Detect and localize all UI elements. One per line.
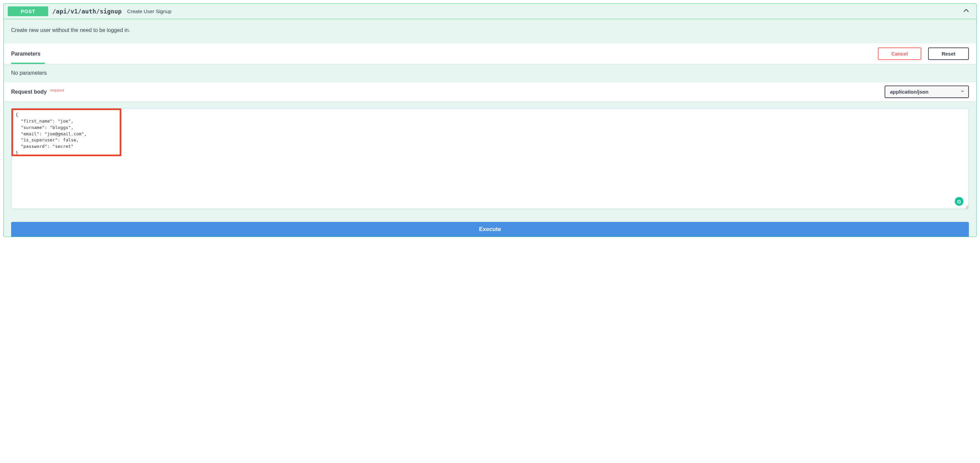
parameters-header: Parameters Cancel Reset (4, 43, 976, 64)
operation-body: Create new user without the need to be l… (4, 19, 976, 237)
required-label: required (50, 88, 64, 92)
cancel-button[interactable]: Cancel (878, 48, 921, 60)
chevron-up-icon[interactable] (962, 7, 970, 16)
execute-button[interactable]: Execute (11, 222, 969, 237)
content-type-select[interactable]: application/json (885, 86, 969, 98)
active-tab-indicator (11, 63, 45, 64)
no-parameters-text: No parameters (4, 64, 976, 82)
parameters-title: Parameters (11, 51, 40, 57)
request-body-header: Request body required application/json (4, 82, 976, 101)
execute-row: Execute (4, 214, 976, 237)
parameter-buttons: Cancel Reset (878, 48, 969, 60)
endpoint-summary: Create User Signup (127, 8, 172, 14)
textarea-container: G (11, 108, 969, 211)
operation-block: POST /api/v1/auth/signup Create User Sig… (3, 3, 977, 237)
operation-summary-row[interactable]: POST /api/v1/auth/signup Create User Sig… (4, 4, 976, 19)
request-body-title-text: Request body (11, 89, 47, 95)
request-body-textarea[interactable] (11, 108, 969, 209)
request-body-title: Request body required (11, 88, 64, 95)
request-body-editor-wrap: G (4, 101, 976, 214)
reset-button[interactable]: Reset (928, 48, 969, 60)
content-type-select-wrap: application/json (885, 86, 969, 98)
http-method-badge: POST (8, 6, 48, 16)
operation-description: Create new user without the need to be l… (4, 19, 976, 43)
endpoint-path: /api/v1/auth/signup (52, 8, 122, 15)
